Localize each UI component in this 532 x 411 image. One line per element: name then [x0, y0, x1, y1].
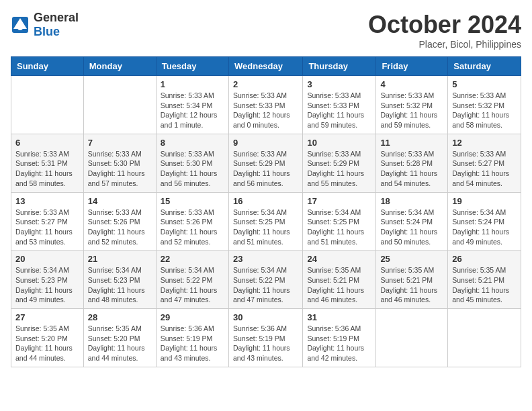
logo: General Blue: [11, 11, 79, 39]
calendar-cell: 27Sunrise: 5:35 AM Sunset: 5:20 PM Dayli…: [11, 309, 84, 367]
weekday-header-saturday: Saturday: [448, 57, 521, 76]
calendar-cell: 7Sunrise: 5:33 AM Sunset: 5:30 PM Daylig…: [83, 134, 156, 192]
calendar-cell: 21Sunrise: 5:34 AM Sunset: 5:23 PM Dayli…: [83, 250, 156, 309]
day-info: Sunrise: 5:33 AM Sunset: 5:34 PM Dayligh…: [161, 91, 224, 130]
day-number: 9: [233, 138, 298, 148]
calendar-cell: 14Sunrise: 5:33 AM Sunset: 5:26 PM Dayli…: [83, 192, 156, 250]
day-info: Sunrise: 5:33 AM Sunset: 5:26 PM Dayligh…: [161, 208, 224, 247]
calendar-table: SundayMondayTuesdayWednesdayThursdayFrid…: [11, 56, 521, 367]
calendar-cell: [376, 309, 448, 367]
day-number: 18: [380, 196, 443, 206]
logo-icon: [11, 15, 30, 34]
day-info: Sunrise: 5:34 AM Sunset: 5:23 PM Dayligh…: [15, 265, 79, 305]
day-number: 8: [161, 138, 224, 148]
calendar-cell: 3Sunrise: 5:33 AM Sunset: 5:33 PM Daylig…: [303, 76, 376, 134]
day-info: Sunrise: 5:34 AM Sunset: 5:22 PM Dayligh…: [233, 265, 298, 305]
day-number: 7: [88, 138, 152, 148]
day-number: 12: [452, 138, 517, 148]
day-number: 4: [380, 79, 443, 89]
month-title: October 2024: [368, 11, 521, 39]
week-row-4: 20Sunrise: 5:34 AM Sunset: 5:23 PM Dayli…: [11, 250, 521, 309]
day-info: Sunrise: 5:36 AM Sunset: 5:19 PM Dayligh…: [307, 324, 371, 363]
week-row-3: 13Sunrise: 5:33 AM Sunset: 5:27 PM Dayli…: [11, 192, 521, 250]
day-number: 24: [307, 254, 371, 264]
day-info: Sunrise: 5:35 AM Sunset: 5:21 PM Dayligh…: [307, 265, 371, 305]
calendar-cell: 17Sunrise: 5:34 AM Sunset: 5:25 PM Dayli…: [303, 192, 376, 250]
day-number: 6: [15, 138, 79, 148]
calendar-cell: [448, 309, 521, 367]
week-row-5: 27Sunrise: 5:35 AM Sunset: 5:20 PM Dayli…: [11, 309, 521, 367]
day-number: 20: [15, 254, 79, 264]
day-number: 25: [380, 254, 443, 264]
weekday-header-monday: Monday: [83, 57, 156, 76]
header: General Blue October 2024 Placer, Bicol,…: [11, 11, 521, 50]
day-number: 23: [233, 254, 298, 264]
calendar-cell: 26Sunrise: 5:35 AM Sunset: 5:21 PM Dayli…: [448, 250, 521, 309]
day-info: Sunrise: 5:33 AM Sunset: 5:31 PM Dayligh…: [15, 149, 79, 189]
day-number: 27: [15, 312, 79, 322]
day-info: Sunrise: 5:33 AM Sunset: 5:29 PM Dayligh…: [233, 149, 298, 189]
day-info: Sunrise: 5:34 AM Sunset: 5:25 PM Dayligh…: [233, 208, 298, 247]
logo-general: General: [34, 11, 79, 24]
calendar-cell: 28Sunrise: 5:35 AM Sunset: 5:20 PM Dayli…: [83, 309, 156, 367]
calendar-cell: 6Sunrise: 5:33 AM Sunset: 5:31 PM Daylig…: [11, 134, 84, 192]
day-info: Sunrise: 5:34 AM Sunset: 5:24 PM Dayligh…: [380, 208, 443, 247]
day-number: 28: [88, 312, 152, 322]
logo-blue: Blue: [34, 25, 60, 38]
calendar-cell: 19Sunrise: 5:34 AM Sunset: 5:24 PM Dayli…: [448, 192, 521, 250]
calendar-cell: 30Sunrise: 5:36 AM Sunset: 5:19 PM Dayli…: [228, 309, 302, 367]
calendar-cell: 1Sunrise: 5:33 AM Sunset: 5:34 PM Daylig…: [156, 76, 228, 134]
day-info: Sunrise: 5:33 AM Sunset: 5:27 PM Dayligh…: [452, 149, 517, 189]
calendar-cell: 12Sunrise: 5:33 AM Sunset: 5:27 PM Dayli…: [448, 134, 521, 192]
day-number: 19: [452, 196, 517, 206]
weekday-header-thursday: Thursday: [303, 57, 376, 76]
calendar-cell: 24Sunrise: 5:35 AM Sunset: 5:21 PM Dayli…: [303, 250, 376, 309]
svg-point-2: [17, 25, 23, 30]
day-number: 29: [161, 312, 224, 322]
day-info: Sunrise: 5:33 AM Sunset: 5:32 PM Dayligh…: [380, 91, 443, 130]
logo-text: General Blue: [34, 11, 79, 39]
calendar-cell: 13Sunrise: 5:33 AM Sunset: 5:27 PM Dayli…: [11, 192, 84, 250]
weekday-header-sunday: Sunday: [11, 57, 84, 76]
day-info: Sunrise: 5:34 AM Sunset: 5:23 PM Dayligh…: [88, 265, 152, 305]
day-info: Sunrise: 5:34 AM Sunset: 5:25 PM Dayligh…: [307, 208, 371, 247]
day-info: Sunrise: 5:35 AM Sunset: 5:20 PM Dayligh…: [88, 324, 152, 363]
day-info: Sunrise: 5:35 AM Sunset: 5:21 PM Dayligh…: [452, 265, 517, 305]
title-area: October 2024 Placer, Bicol, Philippines: [368, 11, 521, 50]
calendar-cell: [83, 76, 156, 134]
day-info: Sunrise: 5:33 AM Sunset: 5:27 PM Dayligh…: [15, 208, 79, 247]
weekday-header-tuesday: Tuesday: [156, 57, 228, 76]
day-info: Sunrise: 5:33 AM Sunset: 5:30 PM Dayligh…: [88, 149, 152, 189]
calendar-cell: 2Sunrise: 5:33 AM Sunset: 5:33 PM Daylig…: [228, 76, 302, 134]
calendar-cell: 5Sunrise: 5:33 AM Sunset: 5:32 PM Daylig…: [448, 76, 521, 134]
day-info: Sunrise: 5:33 AM Sunset: 5:26 PM Dayligh…: [88, 208, 152, 247]
calendar-cell: 23Sunrise: 5:34 AM Sunset: 5:22 PM Dayli…: [228, 250, 302, 309]
day-number: 16: [233, 196, 298, 206]
day-number: 31: [307, 312, 371, 322]
week-row-1: 1Sunrise: 5:33 AM Sunset: 5:34 PM Daylig…: [11, 76, 521, 134]
day-info: Sunrise: 5:33 AM Sunset: 5:33 PM Dayligh…: [233, 91, 298, 130]
day-info: Sunrise: 5:33 AM Sunset: 5:32 PM Dayligh…: [452, 91, 517, 130]
day-info: Sunrise: 5:35 AM Sunset: 5:21 PM Dayligh…: [380, 265, 443, 305]
calendar-cell: 25Sunrise: 5:35 AM Sunset: 5:21 PM Dayli…: [376, 250, 448, 309]
calendar-cell: [11, 76, 84, 134]
day-info: Sunrise: 5:33 AM Sunset: 5:29 PM Dayligh…: [307, 149, 371, 189]
day-info: Sunrise: 5:33 AM Sunset: 5:30 PM Dayligh…: [161, 149, 224, 189]
day-info: Sunrise: 5:34 AM Sunset: 5:22 PM Dayligh…: [161, 265, 224, 305]
day-number: 10: [307, 138, 371, 148]
calendar-cell: 22Sunrise: 5:34 AM Sunset: 5:22 PM Dayli…: [156, 250, 228, 309]
day-number: 17: [307, 196, 371, 206]
day-info: Sunrise: 5:36 AM Sunset: 5:19 PM Dayligh…: [233, 324, 298, 363]
day-number: 26: [452, 254, 517, 264]
calendar-cell: 9Sunrise: 5:33 AM Sunset: 5:29 PM Daylig…: [228, 134, 302, 192]
weekday-header-wednesday: Wednesday: [228, 57, 302, 76]
weekday-header-row: SundayMondayTuesdayWednesdayThursdayFrid…: [11, 57, 521, 76]
day-info: Sunrise: 5:35 AM Sunset: 5:20 PM Dayligh…: [15, 324, 79, 363]
location-title: Placer, Bicol, Philippines: [368, 39, 521, 50]
weekday-header-friday: Friday: [376, 57, 448, 76]
week-row-2: 6Sunrise: 5:33 AM Sunset: 5:31 PM Daylig…: [11, 134, 521, 192]
day-number: 11: [380, 138, 443, 148]
day-number: 14: [88, 196, 152, 206]
calendar-cell: 31Sunrise: 5:36 AM Sunset: 5:19 PM Dayli…: [303, 309, 376, 367]
calendar-cell: 29Sunrise: 5:36 AM Sunset: 5:19 PM Dayli…: [156, 309, 228, 367]
